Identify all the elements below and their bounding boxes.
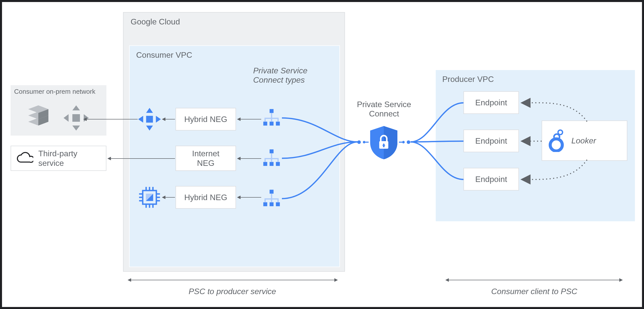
arrow-lb2-to-neg2: [238, 158, 261, 159]
arrow-neg1-to-netarrows: [162, 119, 175, 119]
range-consumer-to-psc: [446, 280, 622, 280]
arrow-lb3-to-neg3: [238, 197, 261, 198]
diagram-frame: Google Cloud Consumer VPC Producer VPC C…: [0, 0, 644, 309]
range-psc-to-producer: [128, 280, 337, 280]
label-range-left: PSC to producer service: [189, 287, 276, 296]
diagram-canvas: Google Cloud Consumer VPC Producer VPC C…: [2, 2, 642, 307]
arrow-neg3-to-chip: [162, 197, 175, 198]
arrow-to-thirdparty: [108, 158, 175, 159]
connectors-dotted: [2, 2, 644, 309]
arrow-to-onprem: [84, 119, 138, 119]
label-range-right: Consumer client to PSC: [491, 287, 577, 296]
arrow-lb1-to-neg1: [238, 119, 261, 119]
